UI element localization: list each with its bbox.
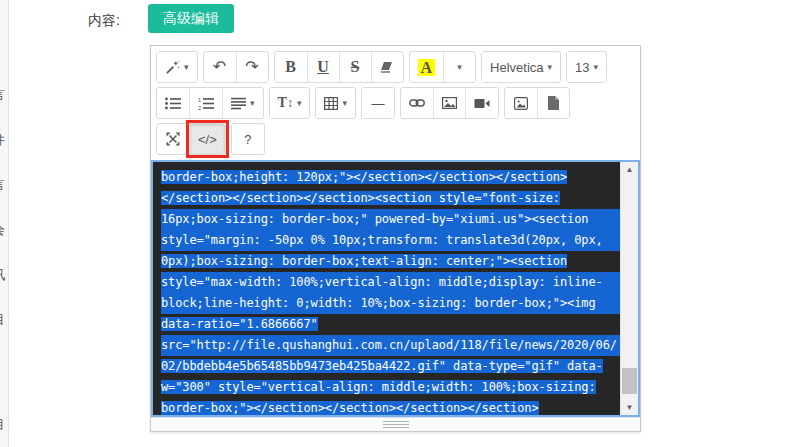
svg-text:2: 2 [198, 104, 201, 110]
undo-button[interactable]: ↶ [204, 52, 236, 82]
code-line[interactable]: src="http://file.qushanghui.com.cn/uplao… [161, 335, 620, 356]
paragraph-group: 12 ▾ [156, 87, 264, 119]
line-height-icon: T [278, 95, 287, 111]
fullscreen-button[interactable] [157, 124, 189, 154]
clear-format-button[interactable] [371, 52, 403, 82]
chevron-down-icon: ▾ [342, 98, 347, 108]
font-style-group: B U S [274, 51, 404, 83]
scroll-up-button[interactable]: ▲ [621, 162, 638, 177]
bold-icon: B [285, 58, 296, 76]
font-color-dropdown-button[interactable]: ▾ [443, 52, 475, 82]
table-group: ▾ [315, 87, 356, 119]
code-view-icon: </> [198, 132, 217, 147]
magic-style-button[interactable]: ▾ [157, 52, 197, 82]
resize-grip[interactable] [383, 421, 409, 428]
sidebar-item-fragment: 目 [0, 311, 8, 329]
scroll-down-button[interactable]: ▼ [621, 400, 638, 415]
undo-icon: ↶ [213, 59, 226, 75]
clipped-sidebar: 言件言会讯目目 [0, 0, 9, 447]
undo-redo-group: ↶ ↷ [203, 51, 269, 83]
code-line[interactable]: border-box;"></section></section></secti… [161, 398, 620, 415]
help-button[interactable]: ? [232, 124, 264, 154]
image-file-icon [514, 97, 528, 110]
sidebar-item-fragment: 言 [0, 86, 8, 104]
align-icon [231, 97, 246, 110]
updown-arrow-icon: ↕ [287, 97, 293, 109]
help-icon: ? [244, 132, 251, 147]
vertical-scrollbar[interactable]: ▲ ▼ [620, 162, 638, 415]
advanced-edit-button[interactable]: 高级编辑 [148, 4, 234, 33]
video-button[interactable] [465, 88, 498, 118]
chevron-down-icon: ▾ [457, 62, 462, 72]
font-color-group: A ▾ [409, 51, 477, 83]
ordered-list-button[interactable]: 12 [189, 88, 222, 118]
codeview-textarea[interactable]: border-box;height: 120px;"></section></s… [151, 160, 640, 417]
toolbar-row-2: 12 ▾ T ↕ ▾ [156, 87, 635, 119]
fullscreen-icon [166, 132, 180, 146]
video-icon [474, 98, 490, 109]
link-icon [409, 98, 425, 108]
horizontal-rule-icon: — [371, 96, 384, 111]
insert-group [400, 87, 499, 119]
chevron-down-icon: ▾ [184, 62, 189, 72]
magic-wand-icon [165, 60, 180, 75]
sidebar-item-fragment: 讯 [0, 266, 8, 284]
horizontal-rule-button[interactable]: — [362, 88, 394, 118]
chevron-down-icon: ▾ [548, 62, 553, 72]
sidebar-item-fragment: 件 [0, 131, 8, 149]
editor-toolbar: ▾ ↶ ↷ B U S A ▾ [151, 46, 640, 160]
upload-image-button[interactable] [505, 88, 537, 118]
bullet-list-icon [165, 97, 181, 110]
style-group: ▾ [156, 51, 198, 83]
font-size-group: 13 ▾ [566, 51, 607, 83]
code-line[interactable]: style="max-width: 100%;vertical-align: m… [161, 272, 620, 293]
font-family-group: Helvetica ▾ [481, 51, 561, 83]
code-lines[interactable]: border-box;height: 120px;"></section></s… [153, 162, 620, 415]
code-line[interactable]: w="300" style="vertical-align: middle;wi… [161, 377, 620, 398]
file-icon [547, 96, 559, 110]
sidebar-item-fragment: 言 [0, 176, 8, 194]
code-line[interactable]: block;line-height: 0;width: 10%;box-sizi… [161, 293, 620, 314]
code-line[interactable]: </section></section></section><section s… [161, 188, 620, 209]
code-line[interactable]: 02/bbdebb4e5b65485bb9473eb425ba4422.gif"… [161, 356, 620, 377]
code-line[interactable]: 0px);box-sizing: border-box;text-align: … [161, 251, 620, 272]
scrollbar-thumb[interactable] [622, 368, 637, 394]
unordered-list-button[interactable] [157, 88, 189, 118]
underline-button[interactable]: U [307, 52, 339, 82]
picture-button[interactable] [433, 88, 465, 118]
strikethrough-icon: S [351, 58, 360, 76]
font-color-button[interactable]: A [410, 52, 444, 82]
font-size-select[interactable]: 13 ▾ [567, 52, 606, 82]
picture-icon [442, 97, 457, 109]
chevron-down-icon: ▾ [594, 62, 599, 72]
font-size-value: 13 [575, 60, 589, 75]
sidebar-item-fragment: 会 [0, 221, 8, 239]
code-line[interactable]: 16px;box-sizing: border-box;" powered-by… [161, 209, 620, 230]
font-color-icon: A [418, 59, 436, 76]
toolbar-row-1: ▾ ↶ ↷ B U S A ▾ [156, 51, 635, 83]
eraser-icon [380, 61, 394, 73]
strikethrough-button[interactable]: S [339, 52, 371, 82]
paragraph-align-button[interactable]: ▾ [222, 88, 263, 118]
link-button[interactable] [401, 88, 433, 118]
rich-text-editor: ▾ ↶ ↷ B U S A ▾ [150, 45, 641, 432]
underline-icon: U [317, 58, 329, 76]
help-group: ? [231, 123, 265, 155]
content-field-label: 内容: [88, 12, 120, 30]
upload-file-button[interactable] [537, 88, 569, 118]
bold-button[interactable]: B [275, 52, 307, 82]
code-line[interactable]: border-box;height: 120px;"></section></s… [161, 167, 620, 188]
table-icon [324, 97, 338, 110]
numbered-list-icon: 12 [198, 97, 214, 110]
hr-group: — [361, 87, 395, 119]
table-button[interactable]: ▾ [316, 88, 355, 118]
svg-text:1: 1 [198, 97, 201, 103]
redo-button[interactable]: ↷ [236, 52, 268, 82]
code-line[interactable]: data-ratio="1.6866667" [161, 314, 620, 335]
codeview-button[interactable]: </> [189, 124, 225, 154]
view-group: </> [156, 123, 226, 155]
code-line[interactable]: style="margin: -50px 0% 10px;transform: … [161, 230, 620, 251]
editor-statusbar [151, 417, 640, 431]
font-family-select[interactable]: Helvetica ▾ [482, 52, 560, 82]
line-height-button[interactable]: T ↕ ▾ [270, 88, 310, 118]
